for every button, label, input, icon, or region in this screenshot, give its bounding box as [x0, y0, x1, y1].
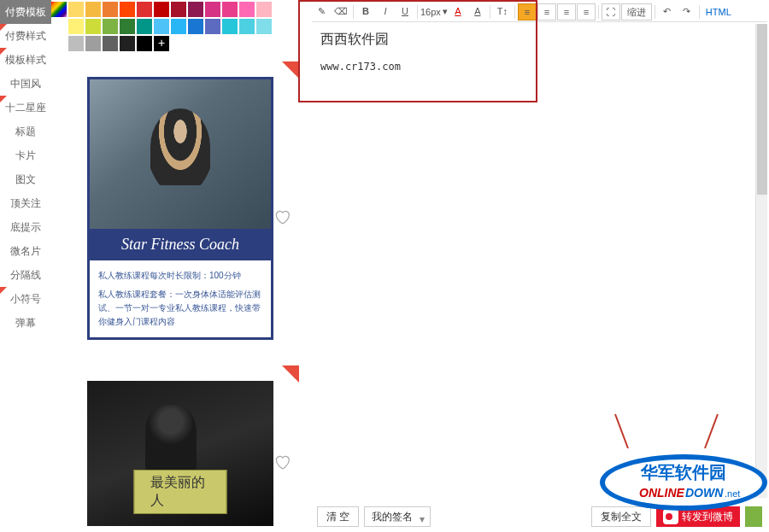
color-swatch[interactable] [103, 19, 118, 34]
template-fitness-inner: Star Fitness Coach 私人教练课程每次时长限制：100分钟 私人… [87, 77, 273, 340]
toolbar-separator [490, 5, 490, 19]
color-swatch[interactable] [103, 2, 118, 17]
bg-color-button[interactable]: A [468, 3, 487, 20]
color-swatch[interactable] [103, 36, 118, 51]
sidebar-item-template-style[interactable]: 模板样式 [0, 48, 51, 72]
toolbar-separator [598, 5, 599, 19]
sidebar-item-chinese-style[interactable]: 中国风 [0, 72, 51, 96]
underline-button[interactable]: U [396, 3, 414, 20]
editor-toolbar: ✎ ⌫ B I U 16px▾ A A T↕ ≡ ≡ ≡ ≡ ⛶ 缩进 ↶ ↷ … [312, 2, 767, 22]
color-swatch[interactable] [222, 19, 238, 34]
color-swatch[interactable] [256, 19, 272, 34]
color-swatch[interactable] [85, 19, 101, 34]
template-panel[interactable]: Star Fitness Coach 私人教练课程每次时长限制：100分钟 私人… [51, 61, 299, 532]
align-right-button[interactable]: ≡ [557, 3, 576, 20]
align-justify-button[interactable]: ≡ [577, 3, 596, 20]
editor-text-line1[interactable]: 西西软件园 [320, 31, 759, 49]
svg-text:.net: .net [725, 488, 740, 499]
indent-button[interactable]: 缩进 [621, 3, 652, 20]
italic-button[interactable]: I [376, 3, 395, 20]
toolbar-separator [514, 5, 515, 19]
color-swatch[interactable] [222, 2, 238, 17]
redo-button[interactable]: ↷ [678, 3, 696, 20]
color-palette: + [51, 2, 295, 53]
color-swatch[interactable] [256, 2, 272, 17]
template-fitness-banner: Star Fitness Coach [90, 229, 271, 260]
color-swatch[interactable] [154, 19, 169, 34]
color-swatch[interactable] [137, 2, 152, 17]
color-swatch[interactable] [239, 19, 255, 34]
palette-row-1 [51, 2, 295, 17]
bold-button[interactable]: B [356, 3, 375, 20]
undo-button[interactable]: ↶ [658, 3, 677, 20]
sidebar-item-title[interactable]: 标题 [0, 120, 51, 143]
color-swatch[interactable] [154, 2, 169, 17]
html-source-button[interactable]: HTML [702, 7, 735, 17]
align-center-button[interactable]: ≡ [537, 3, 556, 20]
sidebar-item-divider[interactable]: 分隔线 [0, 263, 51, 287]
sidebar-item-card[interactable]: 卡片 [0, 143, 51, 167]
heart-icon[interactable] [273, 453, 291, 471]
color-swatch[interactable] [68, 19, 84, 34]
image-button[interactable]: ⛶ [602, 3, 620, 20]
template-firefighter-banner: 最美丽的人 [134, 470, 227, 514]
color-swatch[interactable] [85, 2, 101, 17]
sidebar-item-micro-card[interactable]: 微名片 [0, 239, 51, 263]
sidebar-item-top-follow[interactable]: 顶关注 [0, 191, 51, 215]
toolbar-separator [417, 5, 418, 19]
scrollbar-thumb[interactable] [757, 24, 767, 195]
brush-icon[interactable]: ✎ [312, 3, 331, 20]
template-fitness-desc-1: 私人教练课程每次时长限制：100分钟 [98, 269, 262, 283]
color-swatch[interactable] [137, 36, 152, 51]
editor-text-line2[interactable]: www.cr173.com [320, 61, 759, 73]
color-swatch[interactable] [239, 2, 255, 17]
toolbar-separator [699, 5, 700, 19]
color-swatch[interactable] [137, 19, 152, 34]
text-style-button[interactable]: T↕ [493, 3, 512, 20]
svg-text:华军软件园: 华军软件园 [640, 463, 726, 482]
sidebar-item-bottom-tip[interactable]: 底提示 [0, 215, 51, 239]
toolbar-separator [353, 5, 354, 19]
palette-row-2 [51, 19, 295, 34]
sidebar-item-paid-style[interactable]: 付费样式 [0, 24, 51, 48]
color-swatch[interactable] [188, 2, 203, 17]
color-swatch[interactable] [171, 2, 186, 17]
color-swatch[interactable] [51, 2, 67, 17]
template-card-fitness[interactable]: Star Fitness Coach 私人教练课程每次时长限制：100分钟 私人… [51, 61, 299, 355]
color-swatch[interactable] [188, 19, 203, 34]
align-left-button[interactable]: ≡ [518, 3, 537, 20]
template-fitness-desc-2: 私人教练课程套餐：一次身体体适能评估测试、一节一对一专业私人教练课程，快速带你健… [98, 288, 262, 329]
color-swatch[interactable] [205, 19, 220, 34]
clear-button[interactable]: 清 空 [317, 506, 359, 527]
editor-content[interactable]: 西西软件园 www.cr173.com [312, 24, 767, 79]
template-firefighter-inner: 最美丽的人 [87, 381, 273, 526]
svg-text:ONLINE: ONLINE [639, 486, 685, 500]
sidebar-item-zodiac[interactable]: 十二星座 [0, 96, 51, 120]
template-fitness-desc: 私人教练课程每次时长限制：100分钟 私人教练课程套餐：一次身体体适能评估测试、… [90, 260, 271, 337]
sidebar-item-barrage[interactable]: 弹幕 [0, 311, 51, 335]
sidebar: 付费模板 付费样式 模板样式 中国风 十二星座 标题 卡片 图文 顶关注 底提示… [0, 0, 51, 532]
color-swatch[interactable] [68, 2, 84, 17]
color-swatch[interactable] [85, 36, 101, 51]
heart-icon[interactable] [273, 208, 291, 225]
template-card-firefighter[interactable]: 最美丽的人 [51, 365, 299, 532]
template-fitness-image [90, 79, 271, 229]
sidebar-item-paid-template[interactable]: 付费模板 [0, 0, 51, 24]
fontsize-selector[interactable]: 16px▾ [420, 6, 448, 17]
scrollbar-vertical[interactable] [755, 24, 767, 498]
color-swatch[interactable] [120, 2, 135, 17]
sidebar-item-symbols[interactable]: 小符号 [0, 287, 51, 311]
color-swatch[interactable] [120, 19, 135, 34]
signature-select[interactable]: 我的签名 [364, 506, 431, 527]
add-color-button[interactable]: + [154, 36, 169, 51]
color-swatch[interactable] [68, 36, 84, 51]
toolbar-separator [655, 5, 655, 19]
color-swatch[interactable] [205, 2, 220, 17]
color-swatch[interactable] [171, 19, 186, 34]
clear-format-icon[interactable]: ⌫ [332, 3, 350, 20]
color-swatch[interactable] [120, 36, 135, 51]
font-color-button[interactable]: A [449, 3, 467, 20]
download-arrow-decoration [607, 410, 726, 455]
palette-row-3: + [51, 36, 295, 51]
sidebar-item-image-text[interactable]: 图文 [0, 167, 51, 191]
